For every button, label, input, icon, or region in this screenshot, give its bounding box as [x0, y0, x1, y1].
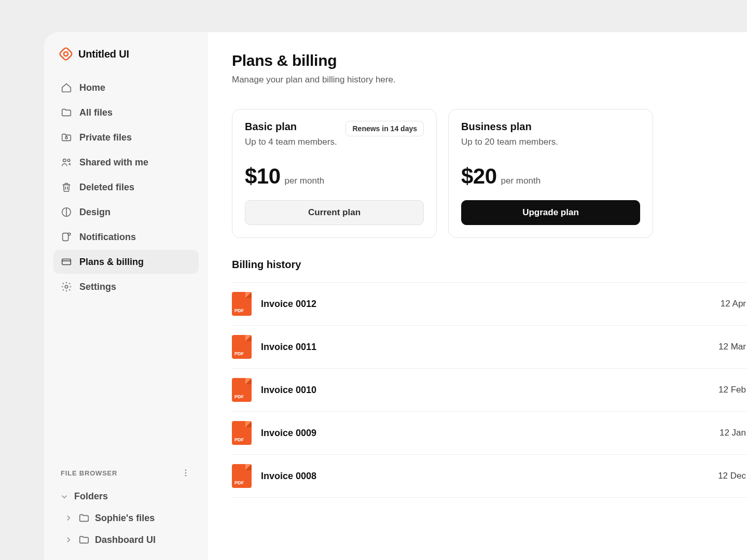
invoice-date: 12 Mar [718, 342, 747, 352]
svg-point-4 [67, 159, 70, 162]
dots-vertical-icon [181, 468, 190, 478]
svg-point-3 [63, 159, 66, 162]
plan-card-business: Business plan Up to 20 team members. $20… [448, 109, 653, 238]
current-plan-button[interactable]: Current plan [245, 200, 424, 225]
page-subtitle: Manage your plan and billing history her… [232, 75, 747, 85]
svg-rect-0 [59, 47, 73, 61]
pdf-icon [232, 292, 252, 316]
folder-root[interactable]: Folders [56, 486, 197, 507]
trash-icon [61, 181, 72, 193]
plan-period: per month [285, 176, 325, 186]
sidebar-item-label: Plans & billing [79, 257, 144, 267]
plan-price: $10 [245, 164, 281, 189]
svg-rect-6 [63, 233, 68, 241]
invoice-date: 12 Jan [720, 428, 747, 438]
svg-rect-8 [62, 259, 71, 265]
sidebar-item-home[interactable]: Home [53, 76, 199, 100]
sidebar-item-billing[interactable]: Plans & billing [53, 250, 199, 274]
sidebar-item-label: Design [79, 207, 110, 217]
invoice-row[interactable]: Invoice 0012 12 Apr [232, 283, 747, 326]
bell-icon [61, 231, 72, 243]
brand: Untitled UI [53, 47, 199, 61]
app-frame: Untitled UI Home All files Private files [44, 32, 747, 560]
svg-point-11 [185, 472, 186, 473]
svg-rect-2 [65, 137, 67, 139]
sidebar-item-label: Deleted files [79, 183, 134, 192]
plan-name: Business plan [461, 121, 558, 133]
folder-label: Dashboard UI [95, 535, 156, 545]
lock-folder-icon [61, 132, 72, 143]
sidebar-item-label: All files [79, 108, 113, 117]
file-browser-header: FILE BROWSER [56, 466, 197, 486]
invoice-name: Invoice 0010 [261, 385, 316, 396]
invoice-row[interactable]: Invoice 0008 12 Dec [232, 455, 747, 498]
folder-root-label: Folders [74, 491, 108, 502]
folder-label: Sophie's files [95, 513, 155, 524]
invoice-row[interactable]: Invoice 0011 12 Mar [232, 326, 747, 369]
invoice-row[interactable]: Invoice 0010 12 Feb [232, 369, 747, 412]
sidebar-item-deleted[interactable]: Deleted files [53, 175, 199, 199]
pdf-icon [232, 378, 252, 402]
file-browser-title: FILE BROWSER [61, 469, 117, 477]
share-icon [61, 157, 72, 168]
plan-name: Basic plan [245, 121, 337, 133]
file-browser-more-button[interactable] [179, 466, 192, 480]
upgrade-plan-button[interactable]: Upgrade plan [461, 200, 640, 225]
invoice-name: Invoice 0012 [261, 299, 316, 310]
invoice-row[interactable]: Invoice 0009 12 Jan [232, 412, 747, 455]
invoice-name: Invoice 0008 [261, 471, 316, 482]
home-icon [61, 82, 72, 93]
page-title: Plans & billing [232, 52, 747, 69]
plan-period: per month [501, 176, 541, 186]
plan-description: Up to 4 team members. [245, 137, 337, 147]
invoice-date: 12 Dec [718, 471, 747, 481]
svg-point-7 [68, 233, 71, 235]
sidebar-item-label: Home [79, 83, 105, 92]
plan-description: Up to 20 team members. [461, 137, 558, 147]
folder-item[interactable]: Dashboard UI [56, 529, 197, 551]
billing-history-title: Billing history [232, 259, 747, 271]
file-browser: FILE BROWSER Folders Sophie's files [53, 466, 199, 560]
plan-card-basic: Basic plan Up to 4 team members. Renews … [232, 109, 437, 238]
pdf-icon [232, 464, 252, 488]
sidebar-item-label: Private files [79, 133, 132, 142]
gear-icon [61, 281, 72, 292]
invoice-date: 12 Apr [721, 299, 747, 309]
sidebar-item-private-files[interactable]: Private files [53, 125, 199, 149]
logo-icon [59, 47, 73, 61]
svg-point-12 [185, 475, 186, 476]
sidebar-item-label: Notifications [79, 232, 136, 242]
chevron-right-icon [64, 513, 73, 523]
invoice-name: Invoice 0011 [261, 342, 316, 353]
sidebar-item-design[interactable]: Design [53, 200, 199, 224]
folder-icon [61, 107, 72, 118]
plan-price: $20 [461, 164, 497, 189]
folder-icon [78, 512, 90, 524]
svg-point-9 [65, 285, 68, 288]
main-content: Plans & billing Manage your plan and bil… [208, 32, 747, 560]
sidebar-item-all-files[interactable]: All files [53, 101, 199, 124]
sidebar: Untitled UI Home All files Private files [44, 32, 208, 560]
svg-point-10 [185, 470, 186, 471]
chevron-down-icon [60, 492, 69, 501]
sidebar-item-settings[interactable]: Settings [53, 275, 199, 299]
folder-item[interactable]: Sophie's files [56, 507, 197, 529]
sidebar-item-notifications[interactable]: Notifications [53, 225, 199, 249]
pdf-icon [232, 335, 252, 359]
sidebar-item-label: Settings [79, 282, 116, 291]
pdf-icon [232, 421, 252, 445]
plans-row: Basic plan Up to 4 team members. Renews … [232, 109, 747, 238]
folder-icon [78, 534, 90, 545]
invoice-name: Invoice 0009 [261, 428, 316, 439]
sidebar-nav: Home All files Private files Shared with… [53, 76, 199, 299]
renewal-badge: Renews in 14 days [345, 121, 424, 136]
sidebar-item-label: Shared with me [79, 158, 148, 167]
design-icon [61, 206, 72, 218]
svg-point-1 [64, 52, 68, 56]
brand-name: Untitled UI [78, 48, 129, 60]
chevron-right-icon [64, 535, 73, 544]
card-icon [61, 256, 72, 268]
invoice-date: 12 Feb [718, 385, 747, 395]
billing-history-list: Invoice 0012 12 Apr Invoice 0011 12 Mar … [232, 282, 747, 498]
sidebar-item-shared[interactable]: Shared with me [53, 150, 199, 174]
